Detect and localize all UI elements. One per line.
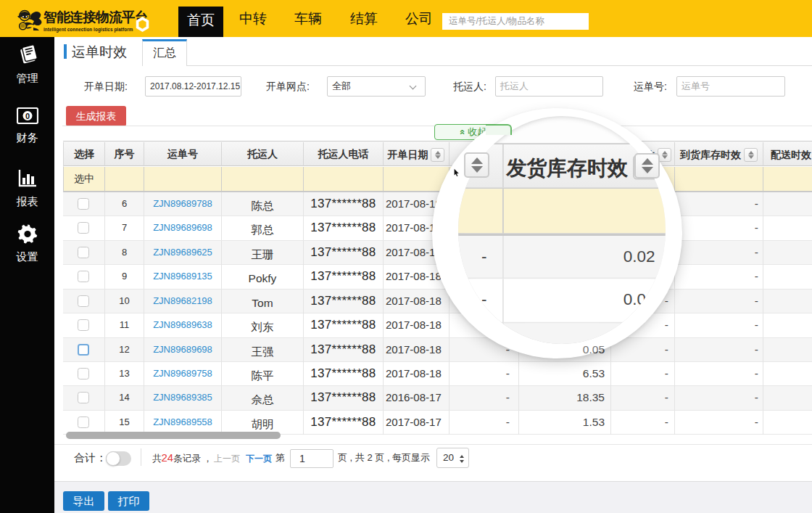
svg-text:0: 0 [25,112,29,120]
